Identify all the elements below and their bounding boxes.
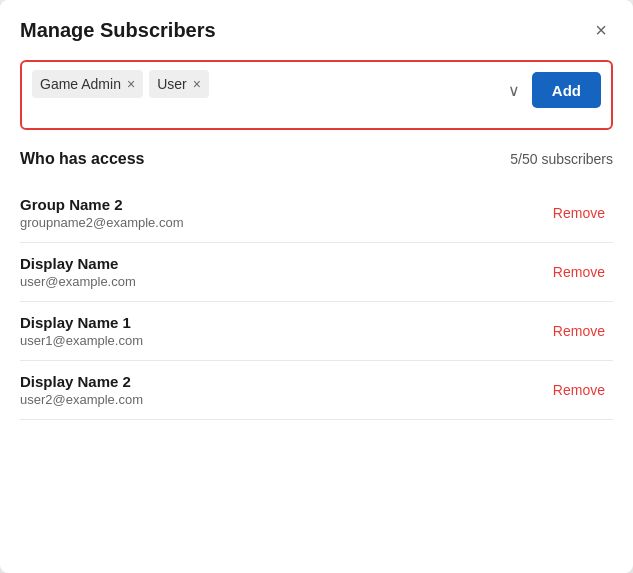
subscriber-info: Group Name 2groupname2@example.com (20, 196, 184, 230)
subscriber-email: user1@example.com (20, 333, 143, 348)
subscriber-info: Display Name 2user2@example.com (20, 373, 143, 407)
subscriber-name: Display Name (20, 255, 136, 272)
subscriber-info: Display Nameuser@example.com (20, 255, 136, 289)
tag-label: Game Admin (40, 76, 121, 92)
tag-label: User (157, 76, 187, 92)
tag-remove-button[interactable]: × (127, 77, 135, 91)
subscriber-item: Display Nameuser@example.comRemove (20, 243, 613, 302)
subscriber-name: Group Name 2 (20, 196, 184, 213)
manage-subscribers-modal: Manage Subscribers × Game Admin×User× ∨ … (0, 0, 633, 573)
close-button[interactable]: × (589, 18, 613, 42)
modal-header: Manage Subscribers × (20, 18, 613, 42)
subscriber-email: user@example.com (20, 274, 136, 289)
subscriber-item: Group Name 2groupname2@example.comRemove (20, 184, 613, 243)
subscriber-name: Display Name 1 (20, 314, 143, 331)
subscriber-list: Group Name 2groupname2@example.comRemove… (20, 184, 613, 420)
subscriber-email: user2@example.com (20, 392, 143, 407)
tag-remove-button[interactable]: × (193, 77, 201, 91)
remove-subscriber-button[interactable]: Remove (545, 319, 613, 343)
subscriber-name: Display Name 2 (20, 373, 143, 390)
tag-item: User× (149, 70, 209, 98)
subscriber-count: 5/50 subscribers (510, 151, 613, 167)
subscriber-email: groupname2@example.com (20, 215, 184, 230)
access-header: Who has access 5/50 subscribers (20, 150, 613, 168)
tag-input-area: Game Admin×User× ∨ Add (20, 60, 613, 130)
tags-container: Game Admin×User× (32, 70, 504, 98)
who-has-access-label: Who has access (20, 150, 145, 168)
add-button[interactable]: Add (532, 72, 601, 108)
remove-subscriber-button[interactable]: Remove (545, 260, 613, 284)
subscriber-item: Display Name 1user1@example.comRemove (20, 302, 613, 361)
subscriber-info: Display Name 1user1@example.com (20, 314, 143, 348)
remove-subscriber-button[interactable]: Remove (545, 378, 613, 402)
input-right: ∨ Add (504, 70, 601, 108)
dropdown-arrow-icon[interactable]: ∨ (504, 77, 524, 104)
subscriber-item: Display Name 2user2@example.comRemove (20, 361, 613, 420)
modal-title: Manage Subscribers (20, 19, 216, 42)
tag-item: Game Admin× (32, 70, 143, 98)
remove-subscriber-button[interactable]: Remove (545, 201, 613, 225)
